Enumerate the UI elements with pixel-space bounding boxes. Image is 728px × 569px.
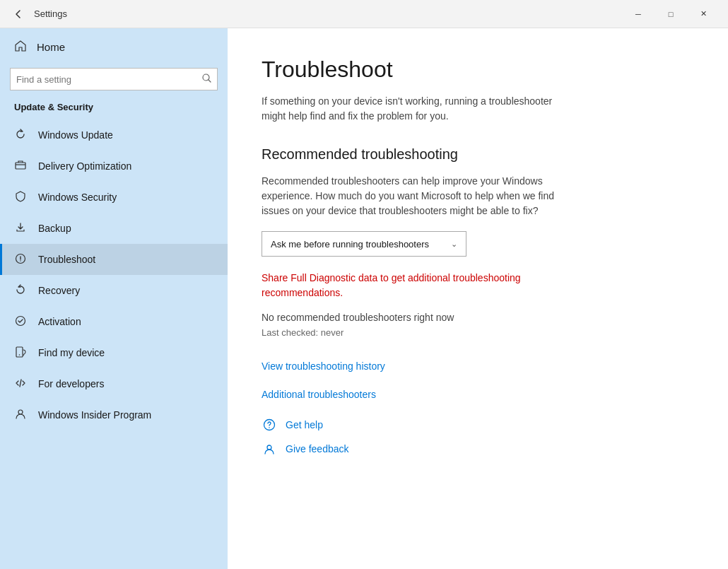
sidebar-item-for-developers[interactable]: For developers xyxy=(0,368,228,399)
svg-point-3 xyxy=(20,260,20,261)
home-label: Home xyxy=(37,41,65,53)
recommended-heading: Recommended troubleshooting xyxy=(262,146,694,163)
sidebar-item-backup[interactable]: Backup xyxy=(0,213,228,244)
sidebar-section-title: Update & Security xyxy=(0,99,228,119)
sidebar-item-recovery[interactable]: Recovery xyxy=(0,275,228,306)
maximize-button[interactable]: □ xyxy=(654,0,687,28)
give-feedback-link[interactable]: Give feedback xyxy=(286,443,349,454)
get-help-link[interactable]: Get help xyxy=(286,419,323,430)
delivery-opt-label: Delivery Optimization xyxy=(38,160,131,172)
chevron-down-icon: ⌄ xyxy=(451,240,457,249)
for-developers-label: For developers xyxy=(38,378,104,389)
sidebar-item-windows-update[interactable]: Windows Update xyxy=(0,119,228,151)
backup-label: Backup xyxy=(38,223,71,234)
troubleshoot-dropdown[interactable]: Ask me before running troubleshooters ⌄ xyxy=(262,231,466,257)
backup-icon xyxy=(14,222,27,235)
additional-troubleshooters-link[interactable]: Additional troubleshooters xyxy=(262,389,694,400)
titlebar: Settings ─ □ ✕ xyxy=(0,0,728,28)
svg-point-9 xyxy=(269,427,270,428)
find-icon xyxy=(14,346,27,360)
sidebar-item-windows-insider[interactable]: Windows Insider Program xyxy=(0,399,228,430)
search-icon xyxy=(202,74,211,85)
developer-icon xyxy=(14,377,27,391)
activation-icon xyxy=(14,315,27,329)
windows-update-label: Windows Update xyxy=(38,129,113,141)
view-history-link[interactable]: View troubleshooting history xyxy=(262,360,694,372)
close-button[interactable]: ✕ xyxy=(687,0,720,28)
window-controls: ─ □ ✕ xyxy=(622,0,720,28)
svg-rect-5 xyxy=(16,347,23,357)
search-input[interactable] xyxy=(16,74,202,85)
get-help-icon xyxy=(262,417,277,433)
svg-point-7 xyxy=(18,410,23,414)
sidebar: Home Update & Security Windows U xyxy=(0,28,228,569)
insider-icon xyxy=(14,409,27,422)
recovery-label: Recovery xyxy=(38,285,80,296)
app-title: Settings xyxy=(34,8,622,19)
delivery-icon xyxy=(14,160,27,173)
windows-insider-label: Windows Insider Program xyxy=(38,409,151,421)
activation-label: Activation xyxy=(38,316,81,327)
give-feedback-item: Give feedback xyxy=(262,441,694,457)
get-help-item: Get help xyxy=(262,417,694,433)
app-body: Home Update & Security Windows U xyxy=(0,28,728,569)
sidebar-item-home[interactable]: Home xyxy=(0,28,228,65)
shield-icon xyxy=(14,191,27,204)
sidebar-item-activation[interactable]: Activation xyxy=(0,306,228,337)
troubleshoot-icon xyxy=(14,253,27,266)
home-icon xyxy=(14,40,27,54)
svg-point-10 xyxy=(267,445,271,450)
svg-point-6 xyxy=(19,354,20,356)
search-box[interactable] xyxy=(10,68,218,90)
windows-security-label: Windows Security xyxy=(38,192,117,203)
back-button[interactable] xyxy=(8,4,28,24)
share-diagnostic-link[interactable]: Share Full Diagnostic data to get additi… xyxy=(262,271,573,300)
last-checked-text: Last checked: never xyxy=(262,327,694,338)
page-title: Troubleshoot xyxy=(262,57,694,83)
page-subtitle: If something on your device isn't workin… xyxy=(262,94,573,124)
svg-rect-1 xyxy=(16,163,25,169)
sidebar-item-windows-security[interactable]: Windows Security xyxy=(0,182,228,213)
svg-point-4 xyxy=(16,316,25,325)
dropdown-value: Ask me before running troubleshooters xyxy=(271,239,429,250)
sidebar-item-find-my-device[interactable]: Find my device xyxy=(0,337,228,368)
update-icon xyxy=(14,129,27,142)
give-feedback-icon xyxy=(262,441,277,457)
recommended-desc: Recommended troubleshooters can help imp… xyxy=(262,174,573,218)
troubleshoot-label: Troubleshoot xyxy=(38,254,95,265)
find-my-device-label: Find my device xyxy=(38,347,105,358)
sidebar-item-delivery-optimization[interactable]: Delivery Optimization xyxy=(0,151,228,182)
recovery-icon xyxy=(14,284,27,298)
sidebar-item-troubleshoot[interactable]: Troubleshoot xyxy=(0,244,228,275)
main-content: Troubleshoot If something on your device… xyxy=(228,28,728,569)
no-troubleshooters-text: No recommended troubleshooters right now xyxy=(262,312,694,323)
minimize-button[interactable]: ─ xyxy=(622,0,654,28)
